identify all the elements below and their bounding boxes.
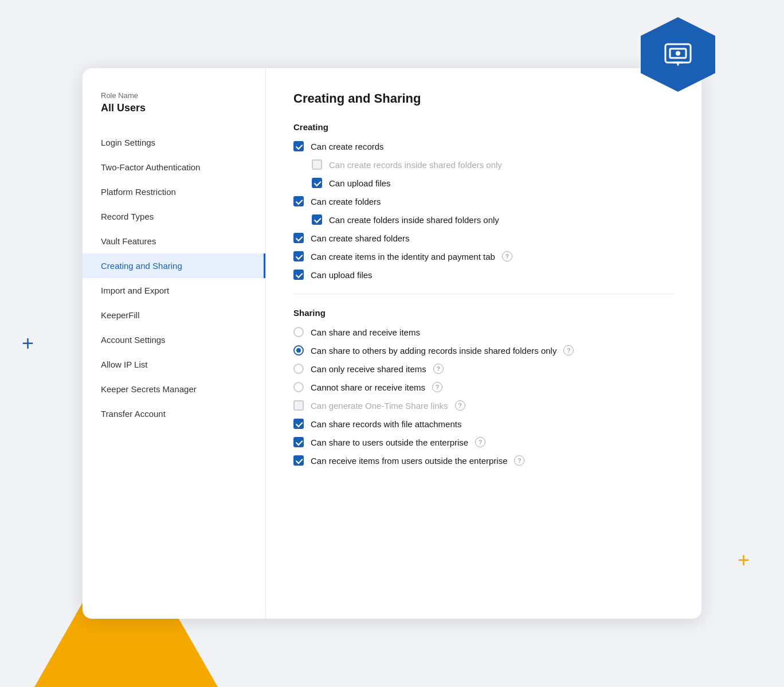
sidebar-item-account-settings[interactable]: Account Settings: [83, 327, 265, 352]
can-share-receive-item: Can share and receive items: [293, 327, 674, 337]
creating-section-title: Creating: [293, 122, 674, 132]
sharing-section-title: Sharing: [293, 308, 674, 318]
can-receive-outside-enterprise-label: Can receive items from users outside the…: [311, 456, 507, 466]
can-share-others-shared-folders-item: Can share to others by adding records in…: [293, 345, 674, 356]
can-create-records-item: Can create records: [293, 141, 674, 151]
can-share-records-file-attachments-label: Can share records with file attachments: [311, 419, 461, 429]
can-share-outside-enterprise-item: Can share to users outside the enterpris…: [293, 437, 674, 447]
ots-links-help-icon[interactable]: ?: [455, 400, 465, 411]
identity-payment-help-icon[interactable]: ?: [502, 251, 512, 261]
can-receive-outside-enterprise-checkbox[interactable]: [293, 455, 304, 466]
sidebar-item-login-settings[interactable]: Login Settings: [83, 130, 265, 155]
cannot-share-receive-help-icon[interactable]: ?: [432, 382, 442, 392]
can-upload-files-item: Can upload files: [293, 270, 674, 280]
can-upload-files-sub-item: Can upload files: [312, 178, 674, 188]
can-only-receive-radio[interactable]: [293, 364, 304, 374]
can-generate-ots-links-item: Can generate One-Time Share links ?: [293, 400, 674, 411]
can-share-outside-enterprise-label: Can share to users outside the enterpris…: [311, 438, 468, 447]
can-share-receive-label: Can share and receive items: [311, 327, 420, 337]
can-upload-files-sub-label: Can upload files: [329, 178, 391, 188]
cannot-share-receive-radio[interactable]: [293, 382, 304, 392]
sidebar-item-vault-features[interactable]: Vault Features: [83, 229, 265, 253]
can-share-records-file-attachments-checkbox[interactable]: [293, 419, 304, 429]
can-create-items-identity-payment-item: Can create items in the identity and pay…: [293, 251, 674, 261]
sidebar-item-allow-ip-list[interactable]: Allow IP List: [83, 352, 265, 377]
sidebar-nav: Login Settings Two-Factor Authentication…: [83, 130, 265, 426]
can-create-folders-item: Can create folders: [293, 196, 674, 206]
sidebar-item-keeper-secrets-manager[interactable]: Keeper Secrets Manager: [83, 377, 265, 401]
can-only-receive-help-icon[interactable]: ?: [433, 364, 444, 374]
cannot-share-receive-item: Cannot share or receive items ?: [293, 382, 674, 392]
can-generate-ots-links-label: Can generate One-Time Share links: [311, 401, 448, 411]
role-name-label: Role Name: [83, 91, 265, 100]
can-create-records-shared-only-item: Can create records inside shared folders…: [312, 159, 674, 170]
can-create-items-identity-payment-label: Can create items in the identity and pay…: [311, 252, 495, 261]
can-generate-ots-links-checkbox[interactable]: [293, 400, 304, 411]
page-title: Creating and Sharing: [293, 91, 674, 106]
sidebar-item-keeperfill[interactable]: KeeperFill: [83, 303, 265, 327]
can-upload-files-label: Can upload files: [311, 270, 373, 280]
can-create-folders-label: Can create folders: [311, 197, 381, 206]
main-card: Role Name All Users Login Settings Two-F…: [83, 68, 701, 619]
can-receive-outside-enterprise-item: Can receive items from users outside the…: [293, 455, 674, 466]
can-share-others-shared-folders-label: Can share to others by adding records in…: [311, 346, 556, 356]
sidebar-item-transfer-account[interactable]: Transfer Account: [83, 401, 265, 426]
can-upload-files-sub-checkbox[interactable]: [312, 178, 322, 188]
share-outside-enterprise-help-icon[interactable]: ?: [475, 437, 485, 447]
can-create-shared-folders-item: Can create shared folders: [293, 233, 674, 243]
sidebar-item-import-and-export[interactable]: Import and Export: [83, 278, 265, 303]
can-only-receive-label: Can only receive shared items: [311, 364, 426, 374]
sidebar-item-creating-and-sharing[interactable]: Creating and Sharing: [83, 253, 265, 278]
section-divider: [293, 294, 674, 294]
receive-outside-enterprise-help-icon[interactable]: ?: [514, 455, 524, 466]
can-create-items-identity-payment-checkbox[interactable]: [293, 251, 304, 261]
can-create-records-label: Can create records: [311, 142, 384, 151]
plus-left-decoration: +: [22, 331, 34, 356]
can-create-folders-checkbox[interactable]: [293, 196, 304, 206]
can-share-outside-enterprise-checkbox[interactable]: [293, 437, 304, 447]
can-create-shared-folders-label: Can create shared folders: [311, 233, 410, 243]
can-share-receive-radio[interactable]: [293, 327, 304, 337]
can-share-records-file-attachments-item: Can share records with file attachments: [293, 419, 674, 429]
svg-point-2: [676, 51, 680, 56]
sidebar-item-two-factor-auth[interactable]: Two-Factor Authentication: [83, 155, 265, 179]
can-create-records-checkbox[interactable]: [293, 141, 304, 151]
can-create-folders-shared-only-item: Can create folders inside shared folders…: [312, 214, 674, 225]
can-create-records-shared-only-label: Can create records inside shared folders…: [329, 160, 502, 170]
can-create-folders-shared-only-checkbox[interactable]: [312, 214, 322, 225]
can-create-folders-shared-only-label: Can create folders inside shared folders…: [329, 215, 499, 225]
can-create-shared-folders-checkbox[interactable]: [293, 233, 304, 243]
role-name-value: All Users: [83, 102, 265, 114]
sidebar: Role Name All Users Login Settings Two-F…: [83, 68, 266, 619]
main-content-area: Creating and Sharing Creating Can create…: [266, 68, 701, 619]
can-only-receive-item: Can only receive shared items ?: [293, 364, 674, 374]
cannot-share-receive-label: Cannot share or receive items: [311, 382, 425, 392]
sidebar-item-platform-restriction[interactable]: Platform Restriction: [83, 179, 265, 204]
can-create-records-shared-only-checkbox[interactable]: [312, 159, 322, 170]
can-upload-files-checkbox[interactable]: [293, 270, 304, 280]
plus-right-decoration: +: [738, 548, 750, 572]
sidebar-item-record-types[interactable]: Record Types: [83, 204, 265, 229]
share-others-shared-folders-help-icon[interactable]: ?: [563, 345, 574, 356]
can-share-others-shared-folders-radio[interactable]: [293, 345, 304, 356]
